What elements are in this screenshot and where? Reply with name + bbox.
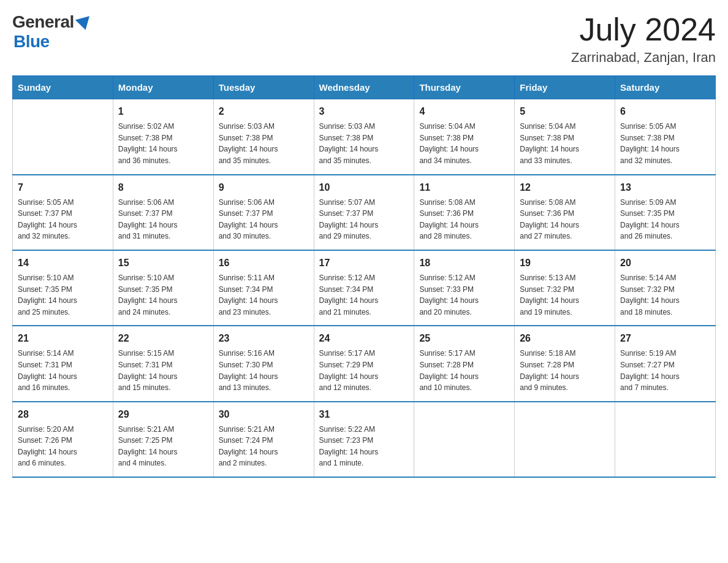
day-info: Sunrise: 5:10 AMSunset: 7:35 PMDaylight:… (18, 272, 108, 318)
weekday-header-saturday: Saturday (615, 76, 716, 99)
day-number: 4 (419, 104, 509, 119)
day-number: 16 (219, 256, 309, 270)
calendar-week-row: 14Sunrise: 5:10 AMSunset: 7:35 PMDayligh… (13, 250, 716, 326)
weekday-header-wednesday: Wednesday (314, 76, 414, 99)
calendar-cell: 5Sunrise: 5:04 AMSunset: 7:38 PMDaylight… (515, 99, 615, 175)
day-number: 7 (18, 180, 108, 195)
weekday-header-thursday: Thursday (414, 76, 515, 99)
calendar-cell: 14Sunrise: 5:10 AMSunset: 7:35 PMDayligh… (13, 250, 113, 326)
logo-blue-text: Blue (13, 32, 50, 51)
day-info: Sunrise: 5:03 AMSunset: 7:38 PMDaylight:… (319, 121, 409, 166)
day-number: 12 (520, 180, 610, 195)
day-info: Sunrise: 5:20 AMSunset: 7:26 PMDaylight:… (18, 424, 108, 469)
calendar-cell: 21Sunrise: 5:14 AMSunset: 7:31 PMDayligh… (13, 326, 113, 401)
day-number: 2 (219, 104, 309, 119)
day-info: Sunrise: 5:22 AMSunset: 7:23 PMDaylight:… (319, 424, 409, 469)
calendar-cell: 2Sunrise: 5:03 AMSunset: 7:38 PMDaylight… (213, 99, 314, 175)
day-info: Sunrise: 5:11 AMSunset: 7:34 PMDaylight:… (219, 272, 309, 318)
day-number: 22 (118, 331, 208, 346)
calendar-cell (515, 402, 615, 477)
calendar-cell: 12Sunrise: 5:08 AMSunset: 7:36 PMDayligh… (515, 175, 615, 250)
day-number: 17 (319, 256, 409, 270)
day-info: Sunrise: 5:21 AMSunset: 7:25 PMDaylight:… (118, 424, 208, 469)
calendar-cell (13, 99, 113, 175)
calendar-cell: 19Sunrise: 5:13 AMSunset: 7:32 PMDayligh… (515, 250, 615, 326)
calendar-cell: 27Sunrise: 5:19 AMSunset: 7:27 PMDayligh… (615, 326, 716, 401)
day-info: Sunrise: 5:18 AMSunset: 7:28 PMDaylight:… (520, 348, 610, 393)
page-header: General Blue July 2024 Zarrinabad, Zanja… (12, 12, 716, 66)
day-number: 29 (118, 407, 208, 422)
day-number: 25 (419, 331, 509, 346)
day-info: Sunrise: 5:02 AMSunset: 7:38 PMDaylight:… (118, 121, 208, 166)
day-info: Sunrise: 5:07 AMSunset: 7:37 PMDaylight:… (319, 197, 409, 242)
day-number: 14 (18, 256, 108, 270)
day-number: 19 (520, 256, 610, 270)
calendar-cell: 7Sunrise: 5:05 AMSunset: 7:37 PMDaylight… (13, 175, 113, 250)
logo-triangle-icon (75, 16, 93, 32)
day-number: 27 (620, 331, 710, 346)
day-info: Sunrise: 5:12 AMSunset: 7:34 PMDaylight:… (319, 272, 409, 318)
day-number: 6 (620, 104, 710, 119)
weekday-header-tuesday: Tuesday (213, 76, 314, 99)
calendar-cell: 11Sunrise: 5:08 AMSunset: 7:36 PMDayligh… (414, 175, 515, 250)
calendar-header-row: SundayMondayTuesdayWednesdayThursdayFrid… (13, 76, 716, 99)
day-info: Sunrise: 5:16 AMSunset: 7:30 PMDaylight:… (219, 348, 309, 393)
calendar-week-row: 7Sunrise: 5:05 AMSunset: 7:37 PMDaylight… (13, 175, 716, 250)
logo-general-text: General (12, 12, 74, 32)
month-title: July 2024 (571, 12, 716, 47)
day-number: 3 (319, 104, 409, 119)
calendar-cell (615, 402, 716, 477)
calendar-cell: 26Sunrise: 5:18 AMSunset: 7:28 PMDayligh… (515, 326, 615, 401)
day-info: Sunrise: 5:06 AMSunset: 7:37 PMDaylight:… (219, 197, 309, 242)
day-number: 23 (219, 331, 309, 346)
day-info: Sunrise: 5:09 AMSunset: 7:35 PMDaylight:… (620, 197, 710, 242)
day-number: 31 (319, 407, 409, 422)
day-info: Sunrise: 5:10 AMSunset: 7:35 PMDaylight:… (118, 272, 208, 318)
day-number: 24 (319, 331, 409, 346)
day-info: Sunrise: 5:13 AMSunset: 7:32 PMDaylight:… (520, 272, 610, 318)
calendar-cell: 23Sunrise: 5:16 AMSunset: 7:30 PMDayligh… (213, 326, 314, 401)
calendar-cell: 20Sunrise: 5:14 AMSunset: 7:32 PMDayligh… (615, 250, 716, 326)
calendar-cell: 1Sunrise: 5:02 AMSunset: 7:38 PMDaylight… (113, 99, 213, 175)
day-number: 9 (219, 180, 309, 195)
calendar-cell: 15Sunrise: 5:10 AMSunset: 7:35 PMDayligh… (113, 250, 213, 326)
day-info: Sunrise: 5:14 AMSunset: 7:31 PMDaylight:… (18, 348, 108, 393)
calendar-cell: 4Sunrise: 5:04 AMSunset: 7:38 PMDaylight… (414, 99, 515, 175)
day-info: Sunrise: 5:12 AMSunset: 7:33 PMDaylight:… (419, 272, 509, 318)
day-info: Sunrise: 5:03 AMSunset: 7:38 PMDaylight:… (219, 121, 309, 166)
location-title: Zarrinabad, Zanjan, Iran (571, 50, 716, 66)
calendar-cell: 24Sunrise: 5:17 AMSunset: 7:29 PMDayligh… (314, 326, 414, 401)
day-info: Sunrise: 5:19 AMSunset: 7:27 PMDaylight:… (620, 348, 710, 393)
calendar-week-row: 28Sunrise: 5:20 AMSunset: 7:26 PMDayligh… (13, 402, 716, 477)
day-number: 1 (118, 104, 208, 119)
calendar-cell: 31Sunrise: 5:22 AMSunset: 7:23 PMDayligh… (314, 402, 414, 477)
day-number: 18 (419, 256, 509, 270)
calendar-cell: 25Sunrise: 5:17 AMSunset: 7:28 PMDayligh… (414, 326, 515, 401)
calendar-cell (414, 402, 515, 477)
day-info: Sunrise: 5:21 AMSunset: 7:24 PMDaylight:… (219, 424, 309, 469)
day-number: 15 (118, 256, 208, 270)
calendar-cell: 18Sunrise: 5:12 AMSunset: 7:33 PMDayligh… (414, 250, 515, 326)
day-info: Sunrise: 5:05 AMSunset: 7:38 PMDaylight:… (620, 121, 710, 166)
title-section: July 2024 Zarrinabad, Zanjan, Iran (571, 12, 716, 66)
calendar-cell: 9Sunrise: 5:06 AMSunset: 7:37 PMDaylight… (213, 175, 314, 250)
day-info: Sunrise: 5:14 AMSunset: 7:32 PMDaylight:… (620, 272, 710, 318)
day-info: Sunrise: 5:05 AMSunset: 7:37 PMDaylight:… (18, 197, 108, 242)
day-info: Sunrise: 5:06 AMSunset: 7:37 PMDaylight:… (118, 197, 208, 242)
day-number: 10 (319, 180, 409, 195)
calendar-cell: 17Sunrise: 5:12 AMSunset: 7:34 PMDayligh… (314, 250, 414, 326)
day-number: 8 (118, 180, 208, 195)
weekday-header-sunday: Sunday (13, 76, 113, 99)
day-number: 13 (620, 180, 710, 195)
day-info: Sunrise: 5:04 AMSunset: 7:38 PMDaylight:… (520, 121, 610, 166)
day-info: Sunrise: 5:15 AMSunset: 7:31 PMDaylight:… (118, 348, 208, 393)
calendar-cell: 3Sunrise: 5:03 AMSunset: 7:38 PMDaylight… (314, 99, 414, 175)
day-number: 21 (18, 331, 108, 346)
calendar-cell: 28Sunrise: 5:20 AMSunset: 7:26 PMDayligh… (13, 402, 113, 477)
day-info: Sunrise: 5:17 AMSunset: 7:28 PMDaylight:… (419, 348, 509, 393)
calendar-week-row: 1Sunrise: 5:02 AMSunset: 7:38 PMDaylight… (13, 99, 716, 175)
weekday-header-friday: Friday (515, 76, 615, 99)
calendar-cell: 30Sunrise: 5:21 AMSunset: 7:24 PMDayligh… (213, 402, 314, 477)
calendar-cell: 29Sunrise: 5:21 AMSunset: 7:25 PMDayligh… (113, 402, 213, 477)
day-info: Sunrise: 5:08 AMSunset: 7:36 PMDaylight:… (520, 197, 610, 242)
